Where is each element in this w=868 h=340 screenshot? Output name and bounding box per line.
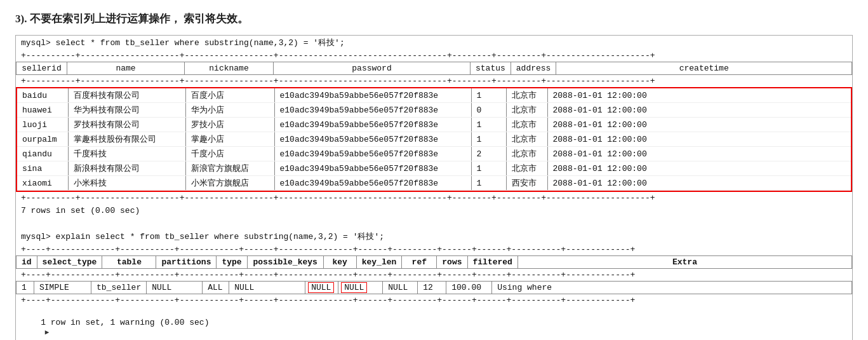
heading: 3). 不要在索引列上进行运算操作， 索引将失效。	[15, 11, 853, 26]
table-cell: 2	[471, 147, 506, 161]
table-cell: 北京市	[506, 132, 547, 147]
table-row: ourpalm 掌趣科技股份有限公司 掌趣小店 e10adc3949ba59ab…	[17, 132, 851, 147]
ecol-key-len: key_len	[356, 256, 402, 269]
erow-key-len: NULL	[338, 282, 383, 294]
table-row: xiaomi 小米科技 小米官方旗舰店 e10adc3949ba59abbe56…	[17, 176, 851, 191]
table-cell: e10adc3949ba59abbe56e057f20f883e	[274, 88, 471, 103]
table-cell: 北京市	[506, 147, 547, 161]
table1-sep-mid: +----------+--------------------+-------…	[16, 75, 852, 87]
table-cell: 小米官方旗舰店	[185, 176, 274, 191]
ecol-key: key	[323, 256, 356, 269]
ecol-table: table	[102, 256, 156, 269]
table1-rows: baidu 百度科技有限公司 百度小店 e10adc3949ba59abbe56…	[17, 88, 851, 191]
query2-line: mysql> explain select * from tb_seller w…	[16, 229, 852, 243]
table-cell: 北京市	[506, 88, 547, 103]
table-cell: xiaomi	[17, 176, 68, 191]
table-cell: 北京市	[506, 161, 547, 176]
explain-sep-bot: +----+-------------+-----------+--------…	[16, 294, 852, 306]
erow-select-type: SIMPLE	[34, 282, 91, 294]
erow-type: ALL	[203, 282, 229, 294]
table-cell: 新浪官方旗舰店	[185, 161, 274, 176]
table-cell: 0	[471, 103, 506, 118]
col-createtime: createtime	[556, 62, 852, 75]
table-cell: 1	[471, 161, 506, 176]
explain-headers: id select_type table partitions type pos…	[16, 255, 852, 269]
rowcount1: 7 rows in set (0.00 sec)	[16, 204, 852, 217]
erow-partitions: NULL	[147, 282, 203, 294]
erow-extra: Using where	[492, 282, 852, 294]
table-cell: 罗技科技有限公司	[68, 118, 185, 132]
erow-table: tb_seller	[91, 282, 147, 294]
ecol-ref: ref	[402, 256, 437, 269]
table-cell: baidu	[17, 88, 68, 103]
table1-sep-top: +----------+--------------------+-------…	[16, 50, 852, 62]
table-cell: 小米科技	[68, 176, 185, 191]
table-cell: ourpalm	[17, 132, 68, 147]
ecol-id: id	[17, 256, 37, 269]
ecol-possible-keys: possible_keys	[247, 256, 323, 269]
table-cell: 千度科技	[68, 147, 185, 161]
table-cell: 新浪科技有限公司	[68, 161, 185, 176]
table-cell: 华为小店	[185, 103, 274, 118]
rowcount2-line: 1 row in set, 1 warning (0.00 sec) ▶	[16, 306, 852, 340]
table-cell: 千度小店	[185, 147, 274, 161]
table-row: baidu 百度科技有限公司 百度小店 e10adc3949ba59abbe56…	[17, 88, 851, 103]
table-cell: e10adc3949ba59abbe56e057f20f883e	[274, 118, 471, 132]
table-cell: 西安市	[506, 176, 547, 191]
table-cell: 1	[471, 132, 506, 147]
table-cell: sina	[17, 161, 68, 176]
table-row: sina 新浪科技有限公司 新浪官方旗舰店 e10adc3949ba59abbe…	[17, 161, 851, 176]
table1-headers: sellerid name nickname password status a…	[16, 62, 852, 75]
table-cell: qiandu	[17, 147, 68, 161]
table-cell: 北京市	[506, 103, 547, 118]
table-cell: luoji	[17, 118, 68, 132]
table-cell: 2088-01-01 12:00:00	[547, 88, 851, 103]
col-name: name	[67, 62, 185, 75]
table-cell: e10adc3949ba59abbe56e057f20f883e	[274, 132, 471, 147]
table-cell: 2088-01-01 12:00:00	[547, 176, 851, 191]
table-row: luoji 罗技科技有限公司 罗技小店 e10adc3949ba59abbe56…	[17, 118, 851, 132]
erow-possible-keys: NULL	[229, 282, 305, 294]
key-null-highlight: NULL	[308, 282, 334, 293]
erow-filtered: 100.00	[446, 282, 492, 294]
table-cell: 掌趣小店	[185, 132, 274, 147]
table-cell: 2088-01-01 12:00:00	[547, 132, 851, 147]
ecol-partitions: partitions	[156, 256, 217, 269]
table-cell: 北京市	[506, 118, 547, 132]
table-row: huawei 华为科技有限公司 华为小店 e10adc3949ba59abbe5…	[17, 103, 851, 118]
col-sellerid: sellerid	[17, 62, 67, 75]
ecol-rows: rows	[437, 256, 467, 269]
erow-ref: NULL	[383, 282, 418, 294]
explain-sep-mid: +----+-------------+-----------+--------…	[16, 269, 852, 281]
erow-rows: 12	[418, 282, 446, 294]
table-cell: 2088-01-01 12:00:00	[547, 147, 851, 161]
key-len-null-highlight: NULL	[341, 282, 367, 293]
table-cell: 华为科技有限公司	[68, 103, 185, 118]
table-cell: e10adc3949ba59abbe56e057f20f883e	[274, 103, 471, 118]
table-cell: e10adc3949ba59abbe56e057f20f883e	[274, 161, 471, 176]
cursor-icon: ▶	[41, 328, 49, 336]
col-address: address	[511, 62, 556, 75]
table-cell: huawei	[17, 103, 68, 118]
table-cell: 掌趣科技股份有限公司	[68, 132, 185, 147]
table-cell: 1	[471, 176, 506, 191]
ecol-filtered: filtered	[467, 256, 517, 269]
erow-key: NULL	[305, 282, 338, 294]
query1-line: mysql> select * from tb_seller where sub…	[16, 36, 852, 50]
table-cell: e10adc3949ba59abbe56e057f20f883e	[274, 176, 471, 191]
table-cell: 百度小店	[185, 88, 274, 103]
table-cell: 1	[471, 88, 506, 103]
erow-id: 1	[17, 282, 34, 294]
table-cell: 罗技小店	[185, 118, 274, 132]
table-row: qiandu 千度科技 千度小店 e10adc3949ba59abbe56e05…	[17, 147, 851, 161]
table-cell: 百度科技有限公司	[68, 88, 185, 103]
table-cell: 1	[471, 118, 506, 132]
terminal-box: mysql> select * from tb_seller where sub…	[15, 35, 853, 340]
table-cell: e10adc3949ba59abbe56e057f20f883e	[274, 147, 471, 161]
explain-rows: 1 SIMPLE tb_seller NULL ALL NULL NULL NU…	[16, 281, 852, 294]
ecol-extra: Extra	[517, 256, 851, 269]
col-password: password	[274, 62, 471, 75]
ecol-select-type: select_type	[37, 256, 102, 269]
col-nickname: nickname	[185, 62, 274, 75]
result-data-box: baidu 百度科技有限公司 百度小店 e10adc3949ba59abbe56…	[16, 87, 852, 192]
